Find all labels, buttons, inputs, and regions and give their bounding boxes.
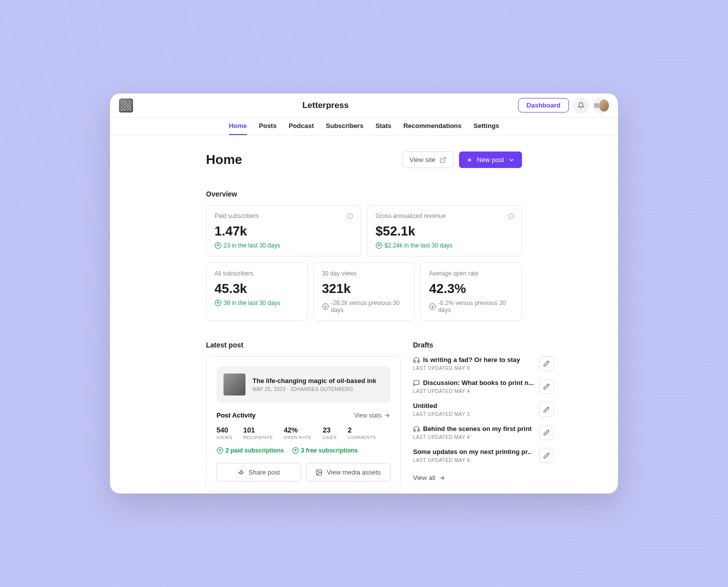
post-thumbnail [224, 374, 246, 396]
arrow-up-icon [214, 242, 222, 249]
stat-lbl: RECIPIENTS [244, 435, 273, 440]
content-header: Home View site New post [206, 152, 522, 168]
view-all-label: View all [413, 474, 436, 482]
view-site-button[interactable]: View site [402, 152, 454, 168]
stat-recipients: 101 RECIPIENTS [244, 426, 273, 440]
arrow-up-icon [216, 447, 224, 454]
edit-draft-button[interactable] [539, 448, 554, 463]
overview-label: Overview [206, 190, 522, 198]
draft-title: Some updates on my next printing pr.. [413, 448, 531, 456]
draft-info[interactable]: Untitled LAST UPDATED MAY 3 [413, 402, 534, 417]
topbar: Letterpress Dashboard [110, 94, 618, 118]
tab-home[interactable]: Home [229, 118, 247, 135]
card-all-subscribers[interactable]: All subscribers 45.3k 38 in the last 30 … [206, 262, 308, 321]
draft-info[interactable]: Is writing a fad? Or here to stay LAST U… [413, 356, 534, 371]
activity-header: Post Activity View stats [216, 412, 390, 419]
draft-updated: LAST UPDATED MAY 3 [413, 412, 534, 417]
tab-stats[interactable]: Stats [376, 118, 392, 135]
tab-podcast[interactable]: Podcast [288, 118, 314, 135]
draft-row: Is writing a fad? Or here to stay LAST U… [413, 356, 554, 371]
view-all-link[interactable]: View all [413, 474, 554, 482]
stat-lbl: COMMENTS [348, 435, 376, 440]
notifications-button[interactable] [573, 98, 589, 114]
card-value: 45.3k [214, 281, 299, 296]
stat-comments: 2 COMMENTS [348, 426, 376, 440]
edit-draft-button[interactable] [539, 379, 554, 394]
info-icon[interactable] [508, 212, 514, 220]
card-value: 1.47k [214, 224, 352, 239]
drafts-section: Drafts Is writing a fad? Or here to stay… [413, 341, 554, 492]
card-label: Average open rate [429, 270, 514, 277]
app-logo [119, 98, 133, 112]
app-title: Letterpress [302, 100, 349, 110]
card-open-rate[interactable]: Average open rate 42.3% -0.2% versus pre… [420, 262, 522, 321]
share-icon [238, 469, 244, 476]
draft-updated: LAST UPDATED MAY 8 [413, 366, 534, 371]
chat-icon [413, 380, 420, 386]
card-value: $52.1k [376, 224, 514, 239]
card-delta: $2.24k in the last 30 days [376, 242, 514, 249]
avatar [599, 100, 609, 112]
arrow-up-icon [292, 447, 299, 454]
card-paid-subscribers[interactable]: Paid subscribers 1.47k 23 in the last 30… [206, 205, 361, 256]
tab-recommendations[interactable]: Recommendations [404, 118, 462, 135]
view-stats-link[interactable]: View stats [354, 412, 390, 419]
tab-settings[interactable]: Settings [474, 118, 499, 135]
edit-draft-button[interactable] [539, 402, 554, 417]
pencil-icon [543, 452, 550, 459]
stat-val: 540 [216, 426, 232, 434]
topbar-right: Dashboard [518, 98, 609, 114]
drafts-list: Is writing a fad? Or here to stay LAST U… [413, 356, 554, 482]
card-30-day-views[interactable]: 30 day views 321k -26.2k versus previous… [314, 262, 415, 321]
card-label: Paid subscribers [214, 212, 352, 220]
stat-val: 23 [322, 426, 336, 434]
arrow-down-icon [429, 303, 436, 310]
content: Home View site New post Overview Paid su… [110, 136, 618, 492]
draft-title: Is writing a fad? Or here to stay [423, 356, 520, 364]
draft-updated: LAST UPDATED MAY 4 [413, 388, 534, 394]
post-author: JOHANNES GUTENBERG [290, 386, 353, 392]
post-hero-text: The life-changing magic of oil-based ink… [252, 377, 376, 392]
plus-icon [466, 156, 473, 164]
info-icon[interactable] [346, 212, 354, 220]
delta-text: $2.24k in the last 30 days [384, 242, 452, 249]
card-revenue[interactable]: Gross annualized revenue $52.1k $2.24k i… [367, 205, 522, 256]
app-window: Letterpress Dashboard Home Posts Podcast… [110, 94, 618, 494]
svg-line-3 [442, 157, 446, 160]
tab-subscribers[interactable]: Subscribers [326, 118, 364, 135]
edit-draft-button[interactable] [539, 356, 554, 371]
external-link-icon [440, 156, 446, 164]
draft-info[interactable]: Discussion: What books to print n... LAS… [413, 379, 534, 394]
draft-info[interactable]: Behind the scenes on my first print LAST… [413, 425, 534, 440]
view-media-button[interactable]: View media assets [306, 463, 390, 482]
overview-row2: All subscribers 45.3k 38 in the last 30 … [206, 262, 522, 321]
card-delta: 23 in the last 30 days [214, 242, 352, 249]
dashboard-button[interactable]: Dashboard [518, 98, 569, 112]
draft-row: Behind the scenes on my first print LAST… [413, 425, 554, 440]
menu-button[interactable] [593, 98, 609, 114]
card-value: 321k [322, 281, 406, 296]
nav-tabs: Home Posts Podcast Subscribers Stats Rec… [110, 118, 618, 136]
draft-info[interactable]: Some updates on my next printing pr.. LA… [413, 448, 534, 463]
stat-open-rate: 42% OPEN RATE [284, 426, 312, 440]
arrow-up-icon [214, 300, 222, 306]
chevron-down-icon [508, 156, 515, 164]
edit-draft-button[interactable] [539, 425, 554, 440]
arrow-up-icon [376, 242, 382, 249]
draft-row: Untitled LAST UPDATED MAY 3 [413, 402, 554, 417]
draft-updated: LAST UPDATED MAY 4 [413, 458, 534, 463]
delta-text: 38 in the last 30 days [224, 300, 280, 306]
page-title: Home [206, 152, 242, 168]
card-label: All subscribers [214, 270, 299, 277]
headphones-icon [413, 426, 420, 432]
free-delta: 3 free subscriptions [292, 447, 358, 454]
draft-updated: LAST UPDATED MAY 4 [413, 434, 534, 440]
new-post-button[interactable]: New post [459, 152, 522, 168]
card-label: Gross annualized revenue [376, 212, 514, 220]
share-post-button[interactable]: Share post [216, 463, 301, 482]
media-label: View media assets [326, 468, 380, 476]
tab-posts[interactable]: Posts [259, 118, 276, 135]
header-actions: View site New post [402, 152, 522, 168]
card-delta: -0.2% versus previous 30 days [429, 300, 514, 314]
post-hero[interactable]: The life-changing magic of oil-based ink… [216, 366, 390, 402]
